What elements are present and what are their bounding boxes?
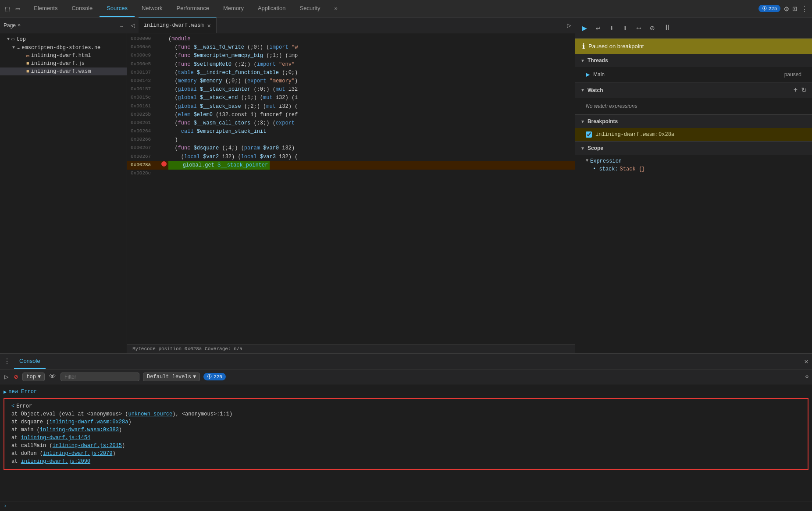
breakpoints-header[interactable]: ▼ Breakpoints <box>575 115 812 128</box>
tree-item-js[interactable]: ■ inlining-dwarf.js <box>0 60 127 67</box>
file-panel-header: Page » … <box>0 18 127 33</box>
scope-arrow: ▼ <box>581 146 585 151</box>
more-icon[interactable]: ⋮ <box>801 4 808 14</box>
page-label[interactable]: Page <box>4 22 16 28</box>
tree-item-wasm[interactable]: ■ inlining-dwarf.wasm <box>0 67 127 75</box>
code-line-12: 0x00264 call $emscripten_stack_init <box>127 128 575 136</box>
tree-label-html: inlining-dwarf.html <box>31 53 91 59</box>
code-line-15: 0x00267 (local $var2 i32) (local $var3 i… <box>127 153 575 161</box>
cast-icon[interactable]: ⊡ <box>792 4 797 14</box>
cursor-icon[interactable]: ⬚ <box>4 3 11 15</box>
nav-dev-icons: ⬚ ▭ <box>4 3 21 15</box>
code-text-12: call $emscripten_stack_init <box>168 128 266 136</box>
tab-memory[interactable]: Memory <box>216 0 251 17</box>
scope-section: ▼ Scope ▼ Expression • stack: Stack {} <box>575 142 812 176</box>
line-addr-10: 0x0025b <box>131 111 161 119</box>
console-line-new-error: ▶ new Error <box>0 388 812 396</box>
watch-empty: No watch expressions <box>575 98 812 114</box>
scope-expr-arrow: ▼ <box>586 158 588 164</box>
tree-label-wasm: inlining-dwarf.wasm <box>31 68 91 75</box>
folder-icon-top: ▭ <box>11 36 14 43</box>
link-js-2015[interactable]: inlining-dwarf.js:2015 <box>53 443 122 449</box>
debug-deactivate-btn[interactable]: ⊘ <box>648 21 656 35</box>
console-line-stack-1: at Object.eval (eval at <anonymous> (unk… <box>8 410 804 418</box>
context-select[interactable]: top ▼ <box>22 373 45 381</box>
thread-main[interactable]: ▶ Main paused <box>575 69 812 80</box>
code-text-5: (table $__indirect_function_table (;0;) <box>168 69 298 77</box>
tree-item-top[interactable]: ▼ ▭ top <box>0 35 127 43</box>
console-close-btn[interactable]: ✕ <box>804 357 808 366</box>
watch-add-btn[interactable]: + <box>794 86 798 94</box>
threads-header[interactable]: ▼ Threads <box>575 54 812 67</box>
console-badge-count: 225 <box>214 374 222 380</box>
link-unknown-source[interactable]: unknown source <box>128 411 172 417</box>
show-hidden-btn[interactable]: 👁 <box>48 372 57 382</box>
debug-resume-btn[interactable]: ▶ <box>581 21 589 35</box>
tree-item-html[interactable]: ▭ inlining-dwarf.html <box>0 52 127 60</box>
code-text-14: (func $dsquare (;4;) (param $var0 i32) <box>168 144 295 153</box>
console-line-stack-5: at callMain (inlining-dwarf.js:2015) <box>8 442 804 450</box>
scope-stack-key: • stack: <box>593 166 618 172</box>
scope-expr-key: Expression <box>590 158 622 164</box>
tab-security[interactable]: Security <box>293 0 328 17</box>
tab-more[interactable]: » <box>328 0 345 17</box>
console-more-btn[interactable]: ⋮ <box>4 357 11 366</box>
line-addr-3: 0x000c9 <box>131 52 161 60</box>
breakpoint-item-1[interactable]: inlining-dwarf.wasm:0x28a <box>575 128 812 141</box>
tree-label-js: inlining-dwarf.js <box>31 60 85 67</box>
console-clear-btn[interactable]: ⊘ <box>13 372 19 382</box>
line-addr-4: 0x000e5 <box>131 60 161 68</box>
link-js-2079[interactable]: inlining-dwarf.js:2079 <box>43 451 112 457</box>
tab-network[interactable]: Network <box>135 0 170 17</box>
code-text-9: (global $__stack_base (;2;) (mut i32) ( <box>168 103 298 111</box>
console-tab[interactable]: Console <box>14 354 46 369</box>
line-addr-7: 0x00157 <box>131 85 161 93</box>
code-line-16-bp[interactable]: 0x0028a global.get $__stack_pointer <box>127 161 575 170</box>
console-settings-btn[interactable]: ⚙ <box>805 373 808 380</box>
tab-nav-left[interactable]: ◁ <box>127 18 139 33</box>
tab-elements[interactable]: Elements <box>27 0 64 17</box>
bp-checkbox-1[interactable] <box>586 131 592 138</box>
thread-status: paused <box>784 71 801 78</box>
watch-arrow: ▼ <box>581 88 585 92</box>
code-text-7: (global $__stack_pointer (;0;) (mut i32 <box>168 85 298 94</box>
code-tab-close[interactable]: ✕ <box>207 22 210 29</box>
link-js-1454[interactable]: inlining-dwarf.js:1454 <box>21 435 90 441</box>
debug-step-btn[interactable]: ↔ <box>634 22 643 34</box>
watch-refresh-btn[interactable]: ↻ <box>801 86 807 94</box>
tab-sources[interactable]: Sources <box>100 0 135 17</box>
console-output: ▶ new Error < Error at Object.eval (eval… <box>0 384 812 501</box>
prompt-input[interactable] <box>8 503 808 509</box>
debug-pause-btn[interactable]: ⏸ <box>662 21 673 34</box>
link-wasm-0x28a[interactable]: inlining-dwarf.wasm:0x28a <box>49 419 128 425</box>
link-js-2090[interactable]: inlining-dwarf.js:2090 <box>21 458 90 465</box>
code-text-6: (memory $memory (;0;) (export "memory") <box>168 77 298 85</box>
tab-application[interactable]: Application <box>251 0 293 17</box>
tab-nav-right[interactable]: ▷ <box>563 18 575 33</box>
tree-item-cloud-folder[interactable]: ▼ ☁ emscripten-dbg-stories.ne <box>0 43 127 52</box>
tab-performance[interactable]: Performance <box>170 0 216 17</box>
code-editor[interactable]: 0x00000 (module 0x000a6 (func $__wasi_fd… <box>127 33 575 344</box>
watch-header[interactable]: ▼ Watch + ↻ <box>575 82 812 98</box>
scope-header[interactable]: ▼ Scope <box>575 142 812 155</box>
settings-icon[interactable]: ⚙ <box>784 4 789 14</box>
code-panel: ◁ inlining-dwarf.wasm ✕ ▷ 0x00000 (modul… <box>127 18 575 353</box>
options-icon[interactable]: … <box>120 22 123 28</box>
level-select[interactable]: Default levels ▼ <box>143 373 200 381</box>
device-icon[interactable]: ▭ <box>14 3 22 15</box>
code-text-2: (func $__wasi_fd_write (;0;) (import "w <box>168 43 298 52</box>
code-line-7: 0x00157 (global $__stack_pointer (;0;) (… <box>127 85 575 94</box>
link-wasm-0x383[interactable]: inlining-dwarf.wasm:0x383 <box>40 427 119 433</box>
tab-console[interactable]: Console <box>64 0 100 17</box>
debug-step-into-btn[interactable]: ⬇ <box>608 21 616 35</box>
debug-step-over-btn[interactable]: ↩ <box>594 21 602 35</box>
nav-tabs: Elements Console Sources Network Perform… <box>27 0 758 17</box>
console-filter-input[interactable] <box>61 373 139 381</box>
console-header: ⋮ Console ✕ <box>0 354 812 369</box>
page-more-icon[interactable]: » <box>18 22 21 28</box>
console-execute-btn[interactable]: ▷ <box>4 372 10 382</box>
code-tab-wasm[interactable]: inlining-dwarf.wasm ✕ <box>139 18 217 33</box>
code-line-6: 0x00142 (memory $memory (;0;) (export "m… <box>127 77 575 85</box>
debug-step-out-btn[interactable]: ⬆ <box>621 21 630 35</box>
console-badge: 🛈 225 <box>203 373 226 380</box>
